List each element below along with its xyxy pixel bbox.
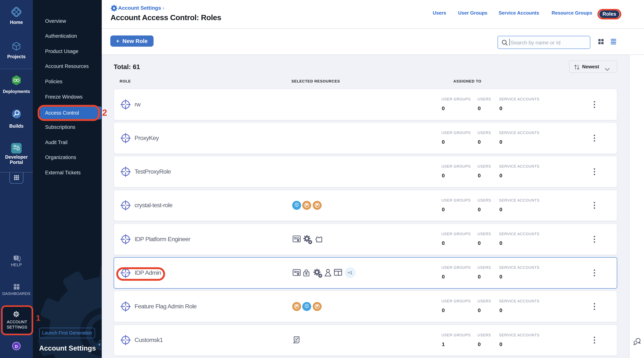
svg-text:?: ? — [15, 256, 17, 260]
